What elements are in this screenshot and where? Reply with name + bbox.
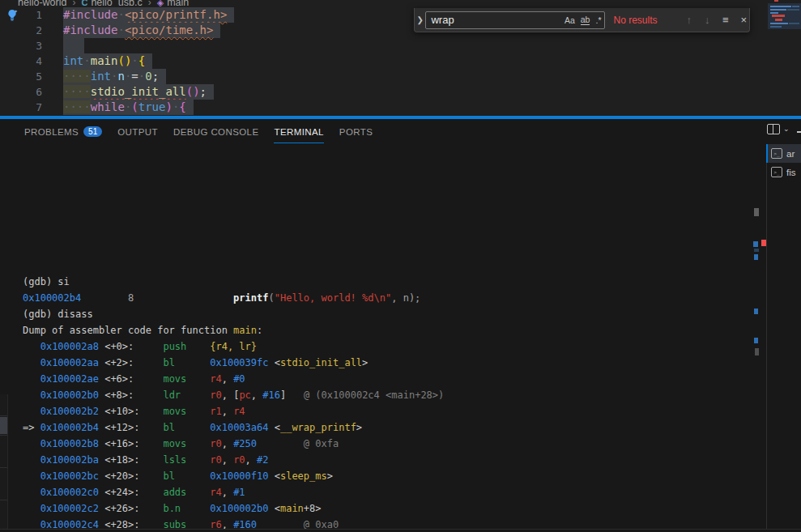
text-segment: {	[179, 100, 185, 113]
text-segment: <+0>:	[99, 341, 134, 352]
find-input[interactable]	[431, 14, 558, 26]
text-segment: )	[165, 100, 172, 113]
text-segment: movs	[163, 438, 186, 449]
text-segment: __wrap_printf	[280, 422, 356, 433]
match-case-icon[interactable]: Aa	[565, 15, 575, 25]
terminal-line: 0x100002aa <+2>: bl 0x100039fc <stdio_in…	[23, 355, 752, 371]
terminal-line: 0x100002ae <+6>: movs r4, #0	[23, 371, 752, 387]
text-segment	[23, 503, 40, 514]
text-segment: r4	[210, 487, 221, 498]
text-segment: <	[268, 422, 279, 433]
vscode-window: hello-world›Chello_usb.c›◈main 1#include…	[0, 0, 801, 532]
code-line: 4int·main()·{	[0, 53, 234, 69]
selection-highlight: ····int·n·=·0;	[63, 69, 166, 84]
panel-tab-problems[interactable]: PROBLEMS51	[24, 121, 102, 143]
scrollbar-mark	[754, 208, 759, 216]
terminal-tab-ar[interactable]: >_ar	[766, 144, 801, 163]
gutter-highlight	[0, 417, 7, 434]
text-segment: Dump of assembler code for function	[23, 325, 233, 336]
panel-left-gutter	[0, 394, 8, 529]
text-segment	[23, 389, 40, 401]
line-number: 7	[0, 100, 42, 115]
line-number: 2	[0, 23, 42, 38]
text-segment: <pico/time.h>	[125, 23, 214, 36]
text-segment: #include	[63, 23, 117, 36]
text-segment	[140, 487, 164, 498]
panel-tab-output[interactable]: OUTPUT	[117, 121, 158, 143]
text-segment: <	[268, 503, 279, 514]
selection-highlight: int·main()·{	[63, 53, 152, 69]
text-segment: @ 0xfa	[304, 438, 339, 449]
text-segment: ·	[138, 70, 145, 83]
line-number: 1	[0, 7, 42, 23]
text-segment: sleep_ms	[280, 470, 327, 482]
text-segment	[286, 389, 304, 401]
text-segment	[140, 503, 164, 514]
chevron-down-icon[interactable]: ⌄	[783, 125, 790, 133]
text-segment: , n);	[391, 292, 420, 304]
panel-tab-ports[interactable]: PORTS	[339, 121, 373, 143]
command-decoration	[753, 241, 758, 247]
text-segment	[140, 470, 164, 482]
text-segment	[186, 487, 210, 498]
text-segment: bl	[163, 470, 174, 482]
split-terminal-icon[interactable]	[767, 124, 780, 134]
selection-highlight: #include·<pico/printf.h>	[63, 7, 234, 23]
terminal-tab-label: fis	[786, 168, 796, 177]
text-segment: @ (0x100002c4 <main+28>)	[304, 389, 444, 401]
text-segment: r4	[233, 406, 245, 417]
terminal[interactable]: (gdb) si0x100002b4 8 printf("Hello, worl…	[23, 274, 752, 532]
regex-icon[interactable]: .*	[595, 15, 601, 25]
terminal-icon: >_	[771, 167, 782, 177]
text-segment: 0x100002b4	[23, 292, 81, 304]
text-segment: int	[63, 54, 83, 67]
terminal-line: (gdb) disass	[23, 306, 752, 322]
bottom-panel: PROBLEMS51OUTPUTDEBUG CONSOLETERMINALPOR…	[0, 119, 801, 529]
text-segment: bl	[163, 357, 174, 368]
whole-word-icon[interactable]: ab	[581, 15, 590, 25]
minimap[interactable]	[768, 0, 801, 36]
text-segment: <+2>:	[99, 357, 134, 368]
text-segment: "Hello, world! %d\n"	[275, 292, 392, 304]
terminal-tab-fis[interactable]: >_fis	[766, 163, 801, 181]
text-segment: ;	[200, 85, 207, 98]
text-segment	[175, 422, 210, 433]
text-segment: (gdb) si	[23, 276, 70, 287]
panel-tab-label: DEBUG CONSOLE	[173, 127, 259, 137]
text-segment: ()	[117, 54, 131, 67]
text-segment	[63, 39, 77, 52]
toggle-replace-icon[interactable]: ❯	[415, 15, 425, 24]
text-segment: >	[356, 422, 362, 433]
text-segment: ,	[222, 373, 233, 385]
text-segment	[175, 470, 210, 482]
panel-tab-bar: PROBLEMS51OUTPUTDEBUG CONSOLETERMINALPOR…	[24, 121, 373, 143]
text-segment	[23, 470, 40, 482]
command-decoration	[754, 309, 758, 314]
text-segment	[186, 406, 210, 417]
panel-action-partial-icon[interactable]	[797, 131, 801, 133]
text-segment: (gdb) disass	[23, 309, 93, 320]
text-segment: r0	[210, 389, 221, 401]
text-segment: ,	[222, 438, 233, 449]
find-next-button[interactable]: ↓	[702, 14, 713, 26]
command-decoration	[754, 254, 758, 260]
text-segment: <pico/printf.h>	[125, 8, 227, 21]
text-segment: movs	[163, 373, 186, 385]
line-number: 3	[0, 38, 42, 53]
text-segment: 0x100002b2	[40, 406, 99, 417]
find-in-selection-button[interactable]: ≡	[720, 14, 731, 26]
text-segment: main	[233, 325, 257, 336]
terminal-line: 0x100002bc <+20>: bl 0x10000f10 <sleep_m…	[23, 468, 752, 484]
command-decoration	[754, 249, 759, 252]
text-segment	[175, 357, 210, 368]
find-close-button[interactable]: ×	[739, 14, 749, 26]
text-segment	[257, 438, 304, 449]
panel-tab-debug-console[interactable]: DEBUG CONSOLE	[173, 121, 259, 143]
text-segment: <	[268, 470, 279, 482]
panel-tab-terminal[interactable]: TERMINAL	[274, 121, 323, 143]
text-segment: 0x100002b0	[210, 503, 268, 514]
find-previous-button[interactable]: ↑	[684, 14, 694, 26]
text-segment	[23, 454, 40, 466]
gutter-separator	[0, 415, 7, 416]
text-segment: 0x10000f10	[210, 470, 268, 482]
